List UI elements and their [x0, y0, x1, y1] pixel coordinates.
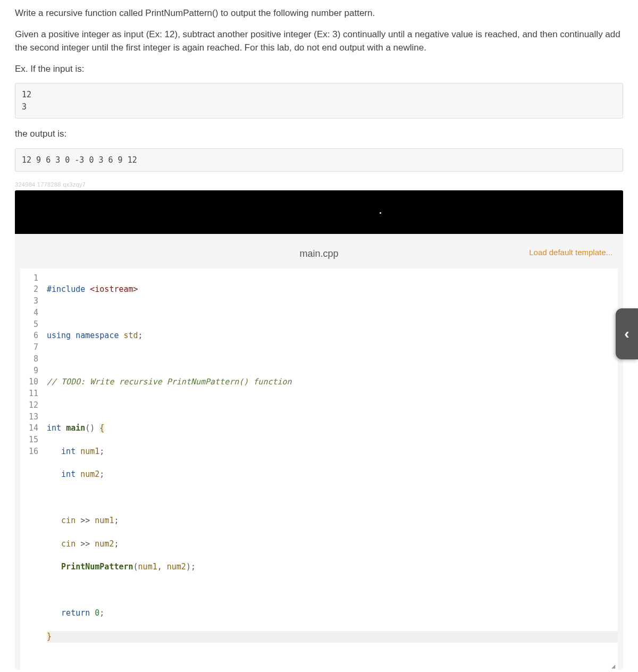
side-drawer-handle[interactable]: ‹	[616, 308, 638, 359]
editor-panel: main.cpp Load default template... 1 2 3 …	[15, 234, 623, 670]
line-number-gutter: 1 2 3 4 5 6 7 8 9 10 11 12 13 14 15 16	[20, 268, 45, 670]
intro-paragraph-1: Write a recursive function called PrintN…	[15, 6, 623, 20]
code-editor[interactable]: 1 2 3 4 5 6 7 8 9 10 11 12 13 14 15 16 #…	[20, 268, 618, 670]
example-output-block: 12 9 6 3 0 -3 0 3 6 9 12	[15, 148, 623, 172]
intro-paragraph-4: the output is:	[15, 127, 623, 141]
load-default-template-link[interactable]: Load default template...	[529, 247, 612, 259]
editor-toolbar	[15, 190, 623, 234]
code-content[interactable]: #include <iostream> using namespace std;…	[45, 268, 618, 670]
intro-paragraph-3: Ex. If the input is:	[15, 62, 623, 76]
file-name: main.cpp	[299, 247, 338, 261]
chevron-left-icon: ‹	[624, 323, 629, 345]
intro-paragraph-2: Given a positive integer as input (Ex: 1…	[15, 28, 623, 55]
resize-handle-icon[interactable]: ◢	[611, 663, 617, 669]
example-input-block: 12 3	[15, 83, 623, 119]
watermark-text: 324984 1778288 qx3zqy7	[15, 180, 623, 189]
